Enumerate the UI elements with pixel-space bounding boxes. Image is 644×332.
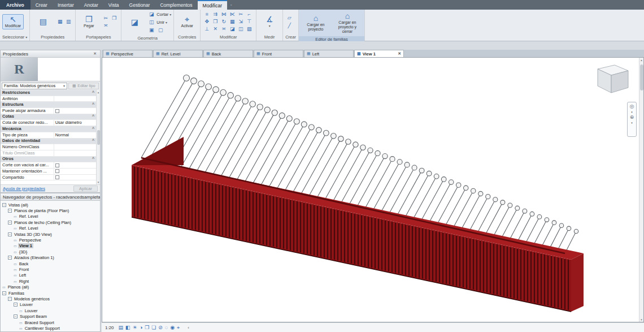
void-form-icon[interactable]: ▢ <box>156 27 164 34</box>
rod-ring-anchor[interactable] <box>464 186 468 190</box>
support-rod[interactable] <box>253 119 289 183</box>
rod-ring-anchor[interactable] <box>390 157 395 162</box>
tree-item-louver[interactable]: ▭Louver <box>1 308 100 313</box>
tree-expander-icon[interactable]: − <box>8 209 12 213</box>
cope-button[interactable]: ◪ <box>124 17 145 28</box>
support-rod[interactable] <box>213 104 253 174</box>
collapse-icon[interactable]: ^ <box>92 156 94 162</box>
property-value[interactable] <box>54 162 96 168</box>
tree-expander-icon[interactable]: − <box>8 297 12 301</box>
rod-ring-anchor[interactable] <box>353 142 358 147</box>
model-line-icon[interactable]: ╱ <box>285 22 293 29</box>
activate-button[interactable]: ⌖ Activar <box>176 14 198 29</box>
rod-ring-anchor[interactable] <box>184 75 190 81</box>
collapse-icon[interactable]: ^ <box>92 126 94 132</box>
support-rod[interactable] <box>261 122 297 185</box>
measure-button[interactable]: ∡ ▾ <box>259 14 280 29</box>
pin-icon[interactable]: ⊤ <box>245 18 253 25</box>
support-rod[interactable] <box>325 145 355 200</box>
rod-ring-anchor[interactable] <box>419 168 424 173</box>
checkbox[interactable] <box>55 163 59 167</box>
panel-label-propiedades[interactable]: Propiedades <box>30 34 75 41</box>
collapse-icon[interactable]: ^ <box>92 102 94 108</box>
properties-scrollbar[interactable]: ▴ ▾ <box>96 90 100 184</box>
support-rod[interactable] <box>333 148 363 201</box>
tree-item-planos-all-[interactable]: ▭Planos (all) <box>1 284 100 290</box>
rod-ring-anchor[interactable] <box>375 150 380 156</box>
rod-ring-anchor[interactable] <box>279 113 285 118</box>
tree-item-cantilever-support[interactable]: ▭Cantilever Support <box>1 325 100 331</box>
property-value[interactable] <box>54 150 96 156</box>
navigation-bar[interactable]: ◎ ▾ ⊕ ▾ <box>627 102 637 137</box>
support-rod[interactable] <box>349 153 378 205</box>
checkbox[interactable] <box>55 109 59 113</box>
steering-wheel-icon[interactable]: ◎ <box>630 104 634 110</box>
apply-button[interactable]: Aplicar <box>73 186 98 192</box>
array-icon[interactable]: ▦ <box>228 18 236 25</box>
rod-ring-anchor[interactable] <box>338 136 344 142</box>
scroll-up-icon[interactable]: ▴ <box>641 58 642 62</box>
file-menu-button[interactable]: Archivo <box>0 0 31 10</box>
rod-ring-anchor[interactable] <box>272 110 277 115</box>
scroll-left-icon[interactable]: ‹ <box>188 325 189 330</box>
rod-ring-anchor[interactable] <box>427 171 432 176</box>
scroll-down-icon[interactable]: ▾ <box>98 180 99 184</box>
load-into-project-close-button[interactable]: ⌂ Cargar en proyecto y cerrar <box>333 11 362 35</box>
property-group[interactable]: Restricciones^ <box>1 90 96 96</box>
rod-ring-anchor[interactable] <box>286 116 292 122</box>
rod-ring-anchor[interactable] <box>360 145 365 150</box>
solid-form-icon[interactable]: ▣ <box>147 27 155 34</box>
support-rod[interactable] <box>469 197 488 232</box>
match-type-icon[interactable]: ≍ <box>220 25 228 33</box>
scroll-up-icon[interactable]: ▴ <box>98 90 99 94</box>
panel-label-medir[interactable]: Medir <box>256 34 282 41</box>
scroll-down-icon[interactable]: ▾ <box>641 318 642 321</box>
rod-ring-anchor[interactable] <box>316 127 321 133</box>
ribbon-tab-crear[interactable]: Crear <box>31 0 53 10</box>
support-rod[interactable] <box>517 214 532 243</box>
rod-ring-anchor[interactable] <box>228 92 234 98</box>
rod-ring-anchor[interactable] <box>537 215 542 219</box>
rod-ring-anchor[interactable] <box>515 206 520 210</box>
unpin-icon[interactable]: ⊥ <box>203 25 211 33</box>
copy-icon[interactable]: ❐ <box>211 18 219 25</box>
rod-ring-anchor[interactable] <box>567 226 571 230</box>
panel-label-controles[interactable]: Controles <box>174 34 200 41</box>
support-rod[interactable] <box>477 200 495 234</box>
scroll-thumb[interactable] <box>97 130 100 145</box>
tree-item-front[interactable]: ▭Front <box>1 266 100 272</box>
tree-item-right[interactable]: ▭Right <box>1 278 100 284</box>
rod-ring-anchor[interactable] <box>397 159 402 165</box>
collapse-icon[interactable]: ^ <box>92 90 94 96</box>
component-icon[interactable]: ▱ <box>285 14 293 21</box>
support-rod[interactable] <box>421 179 443 221</box>
tree-item-vistas-3d-3d-view-[interactable]: −Vistas 3D (3D View) <box>1 231 100 237</box>
tree-item-planos-de-techo-ceiling-plan-[interactable]: −Planos de techo (Ceiling Plan) <box>1 219 100 225</box>
property-group[interactable]: Mecánica^ <box>1 126 96 132</box>
property-value[interactable] <box>54 96 96 102</box>
tree-item-familias[interactable]: −Familias <box>1 290 100 296</box>
rod-ring-anchor[interactable] <box>404 162 410 167</box>
support-rod[interactable] <box>493 205 510 237</box>
tree-item-louver[interactable]: −Louver <box>1 302 100 308</box>
viewport[interactable]: ◎ ▾ ⊕ ▾ ▴ ▾ <box>102 57 644 322</box>
property-value[interactable] <box>54 144 96 150</box>
scroll-thumb[interactable] <box>640 64 643 90</box>
rod-ring-anchor[interactable] <box>552 221 556 225</box>
tree-item-perspective[interactable]: ▭Perspective <box>1 237 100 243</box>
property-group[interactable]: Estructura^ <box>1 102 96 108</box>
modify-button[interactable]: ↖ Modificar <box>2 14 24 29</box>
view-tab-back[interactable]: ▦Back <box>203 50 253 57</box>
cut-icon[interactable]: ✂ <box>102 15 110 22</box>
type-selector[interactable]: Familia: Modelos genéricos ▾ <box>2 83 67 89</box>
tree-item-left[interactable]: ▭Left <box>1 273 100 278</box>
support-rod[interactable] <box>485 202 502 235</box>
tree-item-ref-level[interactable]: ▭Ref. Level <box>1 214 100 219</box>
support-rod[interactable] <box>293 133 326 192</box>
tree-item-modelos-gen-ricos[interactable]: −Modelos genéricos <box>1 296 100 301</box>
delete-icon[interactable]: ✕ <box>211 25 219 33</box>
rod-ring-anchor[interactable] <box>264 107 270 113</box>
support-rod[interactable] <box>277 127 312 188</box>
panel-label-modificar[interactable]: Modificar <box>201 34 256 41</box>
ribbon-tab-anotar[interactable]: Anotar <box>79 0 103 10</box>
